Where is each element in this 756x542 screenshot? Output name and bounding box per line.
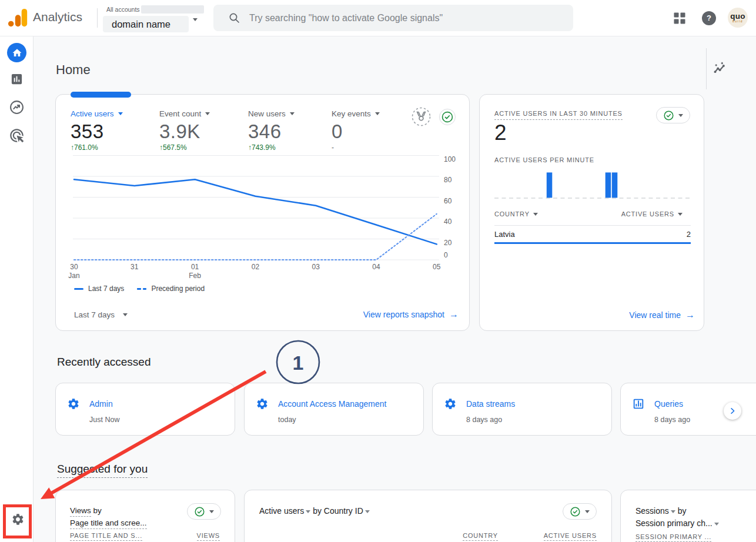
sidebar-item-admin-gear[interactable] bbox=[11, 513, 25, 526]
analytics-logo-icon[interactable] bbox=[8, 8, 29, 29]
sidebar-item-reports[interactable] bbox=[10, 72, 24, 86]
svg-text:0: 0 bbox=[444, 251, 448, 259]
page-title: Home bbox=[56, 62, 91, 78]
svg-text:40: 40 bbox=[444, 218, 452, 226]
arrow-right-icon: → bbox=[449, 309, 459, 320]
recently-accessed-title: Recently accessed bbox=[57, 356, 150, 369]
arrow-right-icon: → bbox=[685, 310, 695, 320]
table-row[interactable]: Latvia 2 bbox=[494, 230, 691, 239]
annotation-arrowhead bbox=[41, 487, 55, 499]
help-icon[interactable]: ? bbox=[702, 11, 716, 25]
carousel-next-button[interactable] bbox=[724, 402, 741, 420]
realtime-status-selector[interactable] bbox=[656, 107, 690, 123]
insights-icon[interactable] bbox=[712, 61, 728, 76]
sidebar-item-advertising[interactable] bbox=[9, 128, 25, 143]
svg-text:02: 02 bbox=[252, 263, 260, 271]
chevron-down-icon[interactable] bbox=[193, 18, 198, 21]
search-placeholder: Try searching "how to activate Google si… bbox=[249, 12, 443, 24]
sidebar-item-home[interactable] bbox=[7, 43, 26, 62]
svg-text:60: 60 bbox=[444, 197, 452, 205]
annotation-step-circle bbox=[277, 341, 319, 383]
suggested-card-views[interactable]: Views by Page title and scree... PAGE TI… bbox=[55, 490, 235, 542]
chart-legend: Last 7 days Preceding period bbox=[74, 285, 212, 293]
chevron-down-icon bbox=[533, 213, 538, 216]
svg-text:03: 03 bbox=[312, 263, 320, 271]
divider bbox=[706, 48, 707, 89]
status-selector[interactable] bbox=[187, 503, 221, 520]
solid-line-swatch bbox=[74, 288, 83, 290]
search-icon bbox=[229, 12, 240, 24]
svg-text:Feb: Feb bbox=[189, 272, 201, 280]
sidebar bbox=[0, 36, 34, 542]
view-real-time-link[interactable]: View real time→ bbox=[629, 310, 695, 320]
chevron-down-icon bbox=[209, 510, 214, 513]
bar-chart-icon bbox=[632, 397, 645, 410]
recent-card-admin[interactable]: Admin Just Now bbox=[55, 383, 235, 436]
apps-grid-icon[interactable] bbox=[674, 12, 685, 24]
svg-text:Jan: Jan bbox=[68, 272, 79, 280]
gear-icon bbox=[256, 397, 269, 410]
realtime-title: ACTIVE USERS IN LAST 30 MINUTES bbox=[494, 110, 623, 120]
recent-card-account-access[interactable]: Account Access Management today bbox=[244, 383, 424, 436]
realtime-card: ACTIVE USERS IN LAST 30 MINUTES 2 ACTIVE… bbox=[479, 94, 704, 331]
divider bbox=[97, 8, 98, 28]
svg-text:100: 100 bbox=[444, 155, 456, 163]
gear-icon bbox=[444, 397, 457, 410]
active-users-line-chart: 10080604020030Jan3101Feb02030405 bbox=[56, 95, 470, 289]
dashed-line-swatch bbox=[137, 288, 146, 290]
account-name-redacted bbox=[141, 5, 204, 14]
active-users-per-minute-chart bbox=[494, 168, 692, 200]
realtime-active-users-value: 2 bbox=[494, 121, 507, 145]
view-reports-snapshot-link[interactable]: View reports snapshot→ bbox=[363, 309, 459, 320]
svg-text:31: 31 bbox=[131, 263, 139, 271]
divider bbox=[494, 225, 691, 226]
svg-text:30: 30 bbox=[70, 263, 78, 271]
property-selector[interactable]: domain name bbox=[103, 16, 189, 32]
breadcrumb[interactable]: All accounts› bbox=[106, 6, 144, 13]
svg-text:04: 04 bbox=[372, 263, 380, 271]
suggested-card-sessions[interactable]: Sessions by Session primary ch... SESSIO… bbox=[620, 490, 756, 542]
check-circle-icon bbox=[663, 110, 674, 121]
home-icon bbox=[12, 48, 22, 58]
gear-icon bbox=[67, 397, 80, 410]
svg-text:01: 01 bbox=[191, 263, 199, 271]
svg-text:05: 05 bbox=[433, 263, 441, 271]
active-users-column-header[interactable]: ACTIVE USERS bbox=[621, 210, 683, 218]
svg-text:80: 80 bbox=[444, 176, 452, 184]
product-name[interactable]: Analytics bbox=[33, 10, 82, 24]
search-bar[interactable]: Try searching "how to activate Google si… bbox=[213, 5, 573, 31]
date-range-selector[interactable]: Last 7 days bbox=[74, 310, 128, 319]
check-circle-icon bbox=[570, 506, 581, 517]
chevron-right-icon bbox=[727, 406, 738, 416]
check-circle-icon bbox=[194, 506, 205, 517]
suggested-title: Suggested for you bbox=[57, 463, 148, 476]
per-minute-label: ACTIVE USERS PER MINUTE bbox=[494, 156, 594, 163]
chevron-down-icon bbox=[123, 313, 128, 316]
avatar[interactable]: quo build bbox=[728, 8, 748, 28]
overview-card: Active users 353 ↑761.0% Event count 3.9… bbox=[55, 94, 470, 331]
country-column-header[interactable]: COUNTRY bbox=[494, 210, 538, 218]
status-selector[interactable] bbox=[563, 503, 597, 520]
chevron-down-icon bbox=[678, 114, 683, 117]
annotation-step-number: 1 bbox=[293, 352, 304, 374]
ga-home-page: Analytics All accounts› domain name Try … bbox=[0, 0, 756, 542]
topbar: Analytics All accounts› domain name Try … bbox=[0, 0, 756, 36]
sidebar-item-explore[interactable] bbox=[9, 100, 24, 115]
chevron-down-icon bbox=[585, 510, 590, 513]
chevron-down-icon bbox=[678, 213, 683, 216]
row-underline bbox=[494, 242, 691, 244]
recent-card-data-streams[interactable]: Data streams 8 days ago bbox=[432, 383, 612, 436]
suggested-card-active-users-by-country[interactable]: Active users by Country ID COUNTRY ACTIV… bbox=[244, 490, 612, 542]
svg-text:20: 20 bbox=[444, 239, 452, 247]
